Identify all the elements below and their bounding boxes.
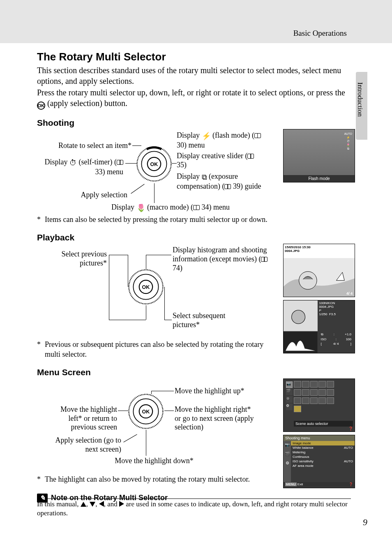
svg-text:OK: OK — [142, 409, 150, 415]
page-title: The Rotary Multi Selector — [37, 51, 351, 63]
side-tab-label: Introduction — [356, 82, 364, 117]
callout-right: Move the highlight right* or go to next … — [175, 405, 257, 432]
rotary-dial-icon: OK — [136, 145, 173, 182]
callout-histogram: Display histogram and shooting informati… — [173, 246, 271, 272]
callout-apply: Apply selection (go to next screen) — [49, 436, 121, 454]
note-box: ✎ Note on the Rotary Multi Selector In t… — [37, 494, 351, 518]
callout-apply: Apply selection — [62, 191, 127, 200]
shooting-screen: AUTO⚡⏱🌷⧉ Flash mode — [283, 129, 355, 182]
rotary-dial-icon: OK — [127, 268, 164, 305]
intro-2a: Press the rotary multi selector up, down… — [37, 88, 345, 97]
menu-diagram: OK Move the highlight up* Move the highl… — [37, 381, 351, 473]
svg-text:OK: OK — [142, 284, 150, 290]
rotary-dial-icon: OK — [127, 393, 164, 430]
ok-icon: OK — [37, 102, 45, 110]
playback-heading: Playback — [37, 233, 351, 242]
playback-footnote: *Previous or subsequent pictures can als… — [37, 340, 267, 359]
callout-flash: Display ⚡ (flash mode) ( 30) menu — [177, 131, 271, 150]
book-icon — [261, 257, 267, 262]
svg-point-11 — [292, 310, 305, 324]
header-band: Basic Operations — [0, 0, 392, 43]
callout-rotate: Rotate to select an item* — [37, 141, 131, 150]
callout-prev: Select previous pictures* — [45, 250, 107, 268]
playback-screen-2: 100NIKON 0004.JPG P 1/250 F3.5 ⧉:+1.0 IS… — [283, 300, 355, 353]
menu-heading: Menu Screen — [37, 367, 351, 377]
book-icon — [254, 133, 261, 138]
note-body: In this manual, , , , and are used in so… — [37, 500, 351, 518]
exposure-icon: ⧉ — [202, 173, 207, 182]
menu-screen-1: 📷 🎬 ☺ ⚙ Scene auto selector ❓ — [283, 378, 355, 432]
section-label: Basic Operations — [293, 29, 347, 38]
intro-2: Press the rotary multi selector up, down… — [37, 87, 351, 110]
svg-point-9 — [299, 272, 317, 289]
svg-text:OK: OK — [150, 162, 158, 167]
callout-macro: Display 🌷 (macro mode) ( 34) menu — [82, 203, 259, 213]
menu-screen-2: Shooting menu 📷🎬⚙ Image mode White balan… — [283, 435, 355, 488]
up-arrow-icon — [81, 502, 86, 507]
callout-up: Move the highlight up* — [175, 387, 265, 396]
book-icon — [247, 154, 254, 159]
intro-1: This section describes standard uses of … — [37, 65, 351, 86]
callout-exposure: Display ⧉ (exposure compensation) ( 39) … — [177, 172, 271, 191]
self-timer-icon: ⏱ — [69, 159, 77, 168]
page-number: 9 — [363, 517, 367, 528]
flash-icon: ⚡ — [202, 132, 211, 141]
right-arrow-icon — [119, 501, 124, 507]
callout-creative: Display creative slider ( 35) — [177, 152, 259, 169]
macro-icon: 🌷 — [136, 204, 145, 213]
playback-diagram: OK Select previous pictures* Display his… — [37, 246, 351, 338]
shooting-heading: Shooting — [37, 118, 351, 128]
book-icon — [224, 184, 231, 189]
book-icon — [193, 205, 200, 210]
callout-next: Select subsequent pictures* — [173, 312, 247, 329]
playback-screen-1: 15/05/2010 15:300004.JPG 4/ 4 — [283, 244, 355, 297]
screen-label: Flash mode — [284, 175, 355, 182]
down-arrow-icon — [90, 502, 95, 507]
callout-selftimer: Display ⏱ (self-timer) ( 33) menu — [41, 158, 123, 176]
shooting-diagram: OK Rotate to select an item* Display ⏱ (… — [37, 131, 351, 213]
intro-2b: (apply selection) button. — [45, 99, 127, 108]
book-icon — [117, 160, 123, 165]
callout-down: Move the highlight down* — [101, 457, 208, 466]
left-arrow-icon — [99, 501, 104, 507]
callout-left: Move the highlight left* or return to pr… — [45, 405, 117, 432]
shooting-footnote: *Items can also be selected by pressing … — [37, 215, 351, 224]
